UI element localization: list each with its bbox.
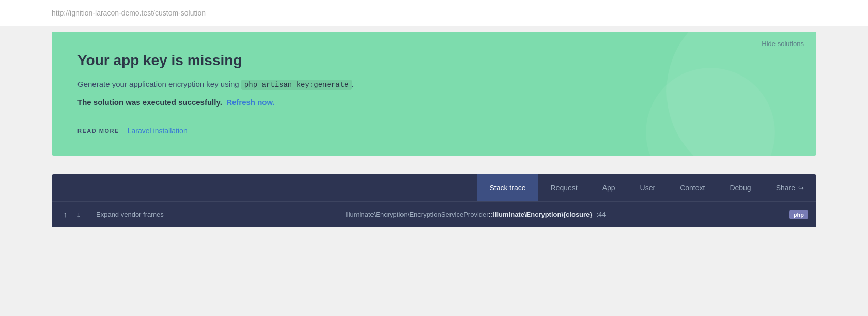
share-icon: ↪: [798, 184, 804, 192]
url-link[interactable]: http://ignition-laracon-demo.test/custom…: [52, 9, 206, 17]
solution-description-prefix: Generate your application encryption key…: [78, 80, 241, 88]
php-badge: php: [789, 210, 808, 219]
tab-app[interactable]: App: [590, 174, 628, 201]
gap-section: [0, 156, 868, 174]
tab-request[interactable]: Request: [538, 174, 590, 201]
arrow-up-button[interactable]: ↑: [60, 208, 70, 221]
tab-debug[interactable]: Debug: [717, 174, 763, 201]
tabs-container: Stack trace Request App User Context Deb…: [52, 174, 816, 201]
url-bar: http://ignition-laracon-demo.test/custom…: [0, 0, 868, 26]
read-more-label: READ MORE: [78, 128, 119, 134]
solution-description-suffix: .: [352, 80, 354, 88]
read-more-link[interactable]: Laravel installation: [128, 127, 188, 135]
arrow-down-button[interactable]: ↓: [73, 208, 84, 221]
tab-share[interactable]: Share ↪: [764, 174, 816, 201]
expand-vendor-button[interactable]: Expand vendor frames: [92, 208, 168, 220]
read-more-row: READ MORE Laravel installation: [78, 127, 791, 135]
solution-title: Your app key is missing: [78, 52, 791, 69]
tab-context[interactable]: Context: [668, 174, 717, 201]
nav-arrows: ↑ ↓: [60, 208, 84, 221]
frame-path-suffix: ::Illuminate\Encryption\{closure}: [489, 210, 593, 218]
tab-user[interactable]: User: [628, 174, 668, 201]
top-spacer: [0, 26, 868, 32]
line-number: :44: [596, 210, 606, 218]
tab-stack-trace[interactable]: Stack trace: [477, 174, 538, 201]
solution-executed-prefix: The solution was executed succesfully.: [78, 98, 222, 107]
stack-frame-path: Illuminate\Encryption\EncryptionServiceP…: [168, 210, 783, 218]
hide-solutions-button[interactable]: Hide solutions: [762, 40, 804, 48]
solution-card: Hide solutions Your app key is missing G…: [52, 32, 816, 156]
bottom-bar: ↑ ↓ Expand vendor frames Illuminate\Encr…: [52, 201, 816, 227]
solution-description: Generate your application encryption key…: [78, 78, 791, 91]
solution-executed: The solution was executed succesfully. R…: [78, 98, 791, 107]
refresh-link[interactable]: Refresh now.: [226, 98, 275, 107]
solution-code: php artisan key:generate: [241, 80, 352, 90]
frame-path-prefix: Illuminate\Encryption\EncryptionServiceP…: [345, 210, 488, 218]
solution-divider: [78, 117, 181, 117]
tab-spacer: [52, 174, 477, 201]
